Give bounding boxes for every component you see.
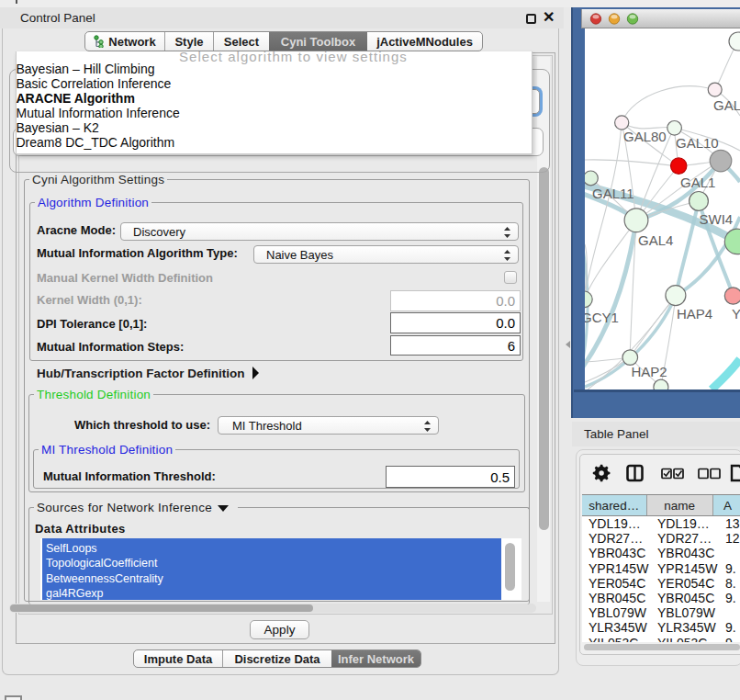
- svg-text:GAL7: GAL7: [713, 97, 740, 113]
- svg-text:GAL10: GAL10: [676, 135, 719, 151]
- svg-text:GAL4: GAL4: [638, 232, 673, 248]
- svg-text:HAP4: HAP4: [677, 306, 712, 322]
- svg-text:GAL1: GAL1: [680, 175, 715, 190]
- svg-text:GAL11: GAL11: [592, 186, 634, 201]
- svg-text:GCY1: GCY1: [585, 310, 619, 325]
- svg-text:YD: YD: [732, 306, 740, 322]
- svg-text:GAL80: GAL80: [623, 129, 667, 144]
- svg-text:SWI4: SWI4: [700, 211, 734, 227]
- svg-text:HAP2: HAP2: [632, 364, 667, 379]
